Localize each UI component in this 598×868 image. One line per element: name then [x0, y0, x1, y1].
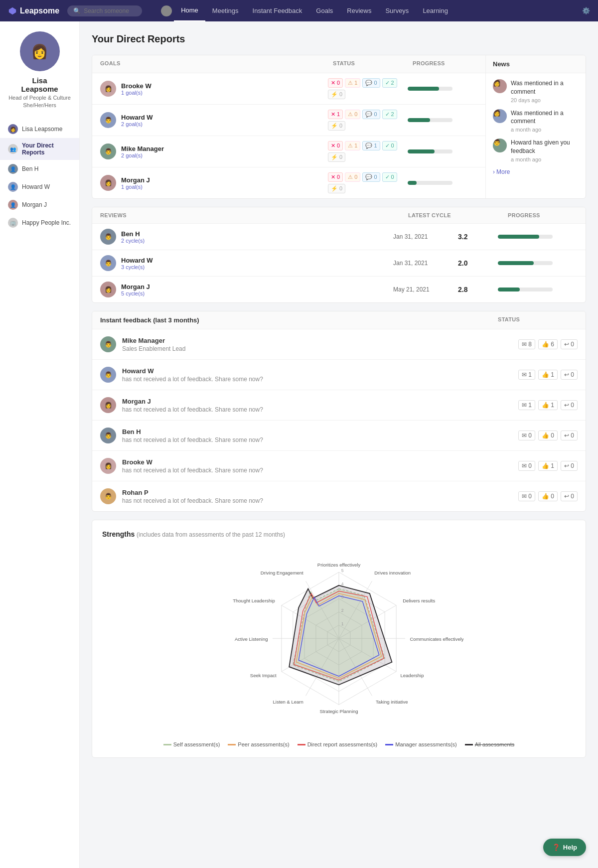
legend-self: Self assessment(s)	[163, 741, 220, 747]
avatar-brooke: 👩	[100, 81, 116, 97]
review-avatar-howard: 👨	[100, 255, 116, 271]
sidebar-item-lisa[interactable]: 👩 Lisa Leapsome	[0, 120, 79, 138]
review-row-ben: 👨 Ben H 2 cycle(s) Jan 31, 2021 3.2	[92, 224, 586, 250]
news-avatar-1: 👩	[493, 79, 507, 93]
review-progress-howard	[498, 261, 578, 265]
progress-brooke	[408, 87, 477, 91]
goal-row-mike: 👨 Mike Manager 2 goal(s) ✕ 0 ⚠ 1 💬 1 ✓ 0	[92, 136, 485, 167]
review-progress-morgan	[498, 288, 578, 291]
sidebar-item-morgan[interactable]: 👤 Morgan J	[0, 196, 79, 214]
settings-icon[interactable]: ⚙️	[582, 7, 590, 14]
top-navigation: Leapsome 🔍 Home Meetings Instant Feedbac…	[0, 0, 598, 21]
reviews-col-header: Reviews	[100, 212, 408, 218]
svg-text:Taking initiative: Taking initiative	[376, 699, 408, 705]
review-row-morgan: 👩 Morgan J 5 cycle(s) May 21, 2021 2.8	[92, 277, 586, 302]
fb-stats-mike: ✉ 8 👍 6 ↩ 0	[518, 339, 578, 349]
sidebar-user-profile: 👩 Lisa Leapsome Head of People & Culture…	[0, 21, 79, 116]
feedback-status-header: Status	[498, 316, 578, 324]
help-icon: ❓	[552, 844, 560, 851]
fb-avatar-ben: 👨	[100, 428, 116, 443]
nav-item-instant-feedback[interactable]: Instant Feedback	[246, 0, 309, 21]
news-col-header: News	[493, 60, 510, 68]
legend-all: All assessments	[465, 741, 514, 747]
nav-item-home[interactable]: Home	[174, 0, 205, 21]
sidebar-item-ben[interactable]: 👤 Ben H	[0, 160, 79, 178]
svg-text:Active Listening: Active Listening	[235, 636, 268, 642]
feedback-row-howard: 👨 Howard W has not received a lot of fee…	[92, 360, 586, 390]
nav-items: Home Meetings Instant Feedback Goals Rev…	[154, 0, 582, 21]
avatar-morgan: 👩	[100, 175, 116, 191]
news-item-1: 👩 Was mentioned in a comment 20 days ago	[493, 79, 579, 103]
sidebar-item-direct-reports[interactable]: 👥 Your Direct Reports	[0, 138, 79, 160]
nav-item-reviews[interactable]: Reviews	[340, 0, 378, 21]
svg-text:Seek Impact: Seek Impact	[250, 673, 277, 678]
review-avatar-ben: 👨	[100, 229, 116, 245]
nav-item-goals[interactable]: Goals	[309, 0, 340, 21]
badges-morgan: ✕ 0 ⚠ 0 💬 0 ✓ 0 ⚡ 0	[328, 172, 408, 193]
goals-col-header: Goals	[100, 60, 333, 68]
logo[interactable]: Leapsome	[8, 6, 59, 15]
fb-avatar-mike: 👨	[100, 336, 116, 352]
help-button[interactable]: ❓ Help	[543, 839, 586, 856]
goal-row-morgan: 👩 Morgan J 1 goal(s) ✕ 0 ⚠ 0 💬 0 ✓ 0 ⚡ 0	[92, 167, 485, 198]
svg-text:4: 4	[341, 581, 344, 586]
status-col-header: Status	[333, 60, 413, 68]
svg-text:5: 5	[341, 568, 344, 573]
svg-text:Communicates effectively: Communicates effectively	[410, 636, 464, 642]
progress-col-header: Progress	[413, 60, 477, 68]
legend-manager: Manager assessments(s)	[385, 741, 457, 747]
badges-brooke: ✕ 0 ⚠ 1 💬 0 ✓ 2 ⚡ 0	[328, 78, 408, 99]
main-content: Your Direct Reports Goals Status Progres…	[80, 21, 598, 868]
search-input[interactable]	[84, 7, 136, 14]
review-avatar-morgan: 👩	[100, 282, 116, 297]
news-avatar-2: 👩	[493, 109, 507, 123]
fb-stats-howard: ✉ 1 👍 1 ↩ 0	[518, 370, 578, 380]
legend-peer: Peer assessments(s)	[228, 741, 289, 747]
search-icon: 🔍	[73, 7, 81, 14]
nav-item-surveys[interactable]: Surveys	[378, 0, 416, 21]
svg-text:Prioritizes effectively: Prioritizes effectively	[317, 562, 361, 568]
goals-rows: 👩 Brooke W 1 goal(s) ✕ 0 ⚠ 1 💬 0 ✓ 2 ⚡ 0	[92, 73, 486, 198]
feedback-col-header: Instant feedback (last 3 months)	[100, 316, 498, 324]
legend-direct: Direct report assessments(s)	[298, 741, 378, 747]
news-item-2: 👩 Was mentioned in a comment a month ago	[493, 109, 579, 133]
svg-text:Listen & Learn: Listen & Learn	[273, 699, 303, 705]
sidebar-item-org[interactable]: 🏢 Happy People Inc.	[0, 214, 79, 232]
svg-text:Thought Leadership: Thought Leadership	[233, 598, 275, 603]
svg-text:Drives innovation: Drives innovation	[374, 570, 411, 576]
news-column: 👩 Was mentioned in a comment 20 days ago…	[486, 73, 586, 198]
svg-text:Strategic Planning: Strategic Planning	[319, 709, 358, 714]
radar-chart: Prioritizes effectively Drives innovatio…	[102, 546, 576, 735]
sidebar-user-title: Head of People & Culture	[8, 95, 71, 101]
reviews-card: Reviews Latest cycle Progress 👨 Ben H 2 …	[92, 207, 586, 303]
feedback-row-morgan: 👩 Morgan J has not received a lot of fee…	[92, 390, 586, 421]
nav-item-learning[interactable]: Learning	[416, 0, 455, 21]
feedback-row-ben: 👨 Ben H has not received a lot of feedba…	[92, 421, 586, 451]
fb-stats-ben: ✉ 0 👍 0 ↩ 0	[518, 431, 578, 440]
progress-morgan	[408, 181, 477, 185]
nav-home-icon	[154, 0, 174, 21]
fb-avatar-rohan: 👨	[100, 488, 116, 504]
nav-item-meetings[interactable]: Meetings	[205, 0, 246, 21]
strengths-card: Strengths (includes data from assessment…	[92, 520, 586, 758]
svg-text:3: 3	[341, 594, 344, 599]
page-title: Your Direct Reports	[92, 33, 586, 45]
progress-howard	[408, 118, 477, 122]
fb-avatar-howard: 👨	[100, 367, 116, 383]
review-row-howard: 👨 Howard W 3 cycle(s) Jan 31, 2021 2.0	[92, 250, 586, 277]
badges-howard: ✕ 1 ⚠ 0 💬 0 ✓ 2 ⚡ 0	[328, 110, 408, 131]
feedback-row-brooke: 👩 Brooke W has not received a lot of fee…	[92, 451, 586, 481]
fb-stats-morgan: ✉ 1 👍 1 ↩ 0	[518, 400, 578, 410]
sidebar-user-name: Lisa Leapsome	[8, 76, 71, 93]
badges-mike: ✕ 0 ⚠ 1 💬 1 ✓ 0 ⚡ 0	[328, 141, 408, 162]
radar-legend: Self assessment(s) Peer assessments(s) D…	[102, 741, 576, 747]
sidebar-item-howard[interactable]: 👤 Howard W	[0, 178, 79, 196]
sidebar-navigation: 👩 Lisa Leapsome 👥 Your Direct Reports 👤 …	[0, 116, 79, 236]
more-news-link[interactable]: › More	[493, 168, 579, 175]
feedback-card: Instant feedback (last 3 months) Status …	[92, 311, 586, 512]
avatar-mike: 👨	[100, 144, 116, 159]
search-bar[interactable]: 🔍	[67, 5, 142, 16]
review-progress-ben	[498, 235, 578, 239]
feedback-row-rohan: 👨 Rohan P has not received a lot of feed…	[92, 481, 586, 511]
news-avatar-3: 👨	[493, 139, 507, 152]
